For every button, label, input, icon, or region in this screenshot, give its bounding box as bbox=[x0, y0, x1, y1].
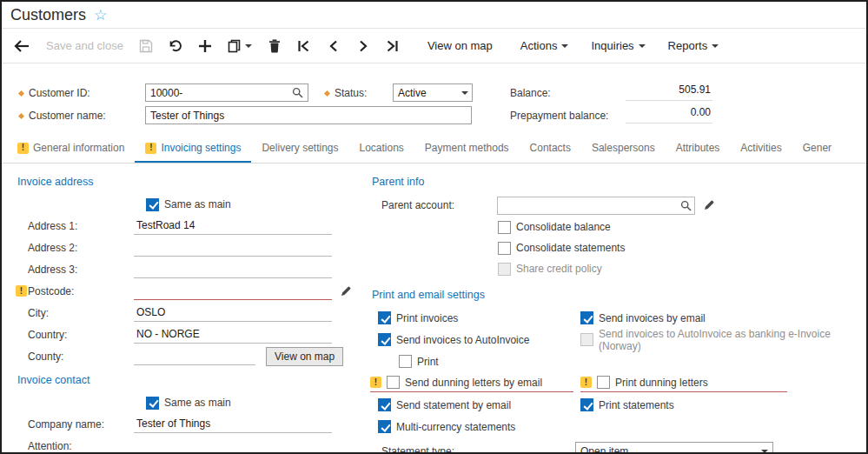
county-row: County: View on map bbox=[16, 345, 361, 367]
city-field[interactable]: OSLO bbox=[134, 304, 332, 322]
county-field[interactable] bbox=[134, 348, 255, 365]
address3-field[interactable] bbox=[134, 261, 332, 278]
favorite-star-icon[interactable]: ☆ bbox=[94, 8, 107, 23]
customer-name-field[interactable]: Tester of Things bbox=[145, 106, 472, 124]
right-column: Parent info Parent account: Consolidate … bbox=[370, 176, 862, 454]
send-statement-label: Send statement by email bbox=[396, 399, 511, 411]
actions-menu-button[interactable]: Actions bbox=[513, 33, 577, 59]
tab-locations[interactable]: Locations bbox=[348, 135, 414, 163]
print-email-settings-header: Print and email settings bbox=[372, 289, 862, 301]
previous-record-icon bbox=[328, 40, 339, 52]
multi-currency-cell: Multi-currency statements bbox=[370, 420, 580, 433]
country-label: Country: bbox=[16, 329, 134, 341]
copy-icon bbox=[228, 39, 241, 53]
address1-field[interactable]: TestRoad 14 bbox=[134, 217, 332, 235]
tab-attributes[interactable]: Attributes bbox=[666, 135, 731, 163]
address2-field[interactable] bbox=[134, 239, 332, 257]
tab-activities[interactable]: Activities bbox=[730, 135, 792, 163]
country-field[interactable]: NO - NORGE bbox=[134, 326, 332, 344]
reports-menu-button[interactable]: Reports bbox=[660, 33, 727, 59]
balance-label: Balance: bbox=[510, 87, 551, 99]
print-checkbox[interactable] bbox=[399, 355, 412, 368]
warning-icon: ! bbox=[16, 285, 27, 297]
company-name-field[interactable]: Tester of Things bbox=[134, 416, 332, 433]
copy-paste-button[interactable] bbox=[220, 33, 260, 59]
trash-icon bbox=[268, 39, 281, 53]
tab-general-clipped[interactable]: Gener bbox=[792, 135, 842, 163]
tab-delivery-settings[interactable]: Delivery settings bbox=[251, 135, 348, 163]
edit-postcode-button[interactable] bbox=[340, 285, 352, 297]
send-invoices-by-email-label: Send invoices by email bbox=[599, 312, 706, 324]
same-as-main-checkbox[interactable] bbox=[146, 397, 159, 410]
back-button[interactable] bbox=[5, 33, 38, 59]
tab-payment-methods[interactable]: Payment methods bbox=[414, 135, 520, 163]
prepayment-balance-label: Prepayment balance: bbox=[510, 110, 608, 122]
send-autoinvoice-banking-label: Send invoices to AutoInvoice as banking … bbox=[599, 328, 862, 352]
next-record-button[interactable] bbox=[348, 33, 378, 59]
print-cell: Print bbox=[370, 355, 580, 368]
consolidate-statements-checkbox[interactable] bbox=[498, 242, 511, 255]
country-row: Country: NO - NORGE bbox=[16, 324, 361, 345]
statement-type-dropdown[interactable]: Open item bbox=[575, 442, 773, 454]
first-record-button[interactable] bbox=[289, 33, 319, 59]
status-dropdown[interactable]: Active bbox=[393, 83, 473, 102]
send-autoinvoice-checkbox[interactable] bbox=[378, 333, 391, 346]
view-on-map-button[interactable]: View on map bbox=[266, 347, 343, 366]
tab-invoicing-settings[interactable]: !Invoicing settings bbox=[135, 135, 251, 163]
next-record-icon bbox=[358, 40, 368, 52]
inquiries-menu-button[interactable]: Inquiries bbox=[583, 33, 653, 59]
title-bar: Customers ☆ bbox=[2, 2, 866, 29]
edit-parent-account-button[interactable] bbox=[703, 199, 715, 211]
add-new-button[interactable] bbox=[190, 33, 220, 59]
save-icon bbox=[139, 39, 153, 53]
parent-account-field[interactable] bbox=[497, 197, 695, 215]
invoice-contact-header: Invoice contact bbox=[17, 374, 361, 386]
print-statements-checkbox[interactable] bbox=[580, 398, 593, 411]
previous-record-button[interactable] bbox=[319, 33, 348, 59]
same-as-main-checkbox[interactable] bbox=[146, 198, 159, 211]
status-value: Active bbox=[398, 87, 457, 99]
delete-button[interactable] bbox=[260, 33, 289, 59]
tab-bar: !General information !Invoicing settings… bbox=[2, 135, 866, 164]
required-marker bbox=[324, 90, 330, 97]
consolidate-statements-row: Consolidate statements bbox=[498, 237, 862, 258]
save-button[interactable] bbox=[131, 33, 161, 59]
tab-general-information[interactable]: !General information bbox=[7, 135, 135, 163]
send-autoinvoice-cell: Send invoices to AutoInvoice bbox=[370, 333, 580, 346]
undo-icon bbox=[169, 39, 182, 53]
same-as-main-label: Same as main bbox=[164, 397, 231, 409]
postcode-field[interactable] bbox=[134, 283, 332, 300]
customer-name-value: Tester of Things bbox=[150, 110, 467, 122]
last-record-icon bbox=[386, 40, 399, 52]
required-marker bbox=[18, 113, 24, 119]
share-credit-policy-label: Share credit policy bbox=[516, 263, 602, 275]
print-dunning-cell: ! Print dunning letters bbox=[580, 374, 787, 392]
print-invoices-checkbox[interactable] bbox=[378, 311, 391, 324]
print-dunning-checkbox[interactable] bbox=[597, 376, 610, 389]
save-and-close-button[interactable]: Save and close bbox=[38, 33, 131, 59]
search-icon[interactable] bbox=[292, 87, 303, 98]
attention-label: Attention: bbox=[16, 440, 134, 452]
customer-id-field[interactable]: 10000- bbox=[145, 83, 308, 102]
view-on-map-toolbar-button[interactable]: View on map bbox=[420, 33, 500, 59]
inquiries-menu-label: Inquiries bbox=[591, 39, 633, 52]
tab-contacts[interactable]: Contacts bbox=[520, 135, 581, 163]
last-record-button[interactable] bbox=[378, 33, 407, 59]
attention-field[interactable] bbox=[134, 437, 332, 454]
multi-currency-checkbox[interactable] bbox=[378, 420, 391, 433]
print-email-row-1: Print invoices Send invoices by email bbox=[370, 307, 862, 329]
address1-row: Address 1: TestRoad 14 bbox=[16, 215, 361, 237]
send-autoinvoice-banking-cell: Send invoices to AutoInvoice as banking … bbox=[580, 328, 862, 352]
send-statement-checkbox[interactable] bbox=[378, 398, 391, 411]
undo-button[interactable] bbox=[161, 33, 190, 59]
warning-icon: ! bbox=[145, 143, 156, 154]
consolidate-balance-label: Consolidate balance bbox=[516, 221, 611, 233]
tab-salespersons[interactable]: Salespersons bbox=[581, 135, 666, 163]
search-icon[interactable] bbox=[680, 200, 692, 211]
status-label: Status: bbox=[325, 87, 367, 99]
send-invoices-by-email-checkbox[interactable] bbox=[580, 311, 593, 324]
page-title: Customers bbox=[10, 6, 86, 24]
postcode-label: Postcode: bbox=[16, 285, 134, 297]
consolidate-balance-checkbox[interactable] bbox=[498, 221, 511, 234]
send-dunning-checkbox[interactable] bbox=[387, 376, 400, 389]
